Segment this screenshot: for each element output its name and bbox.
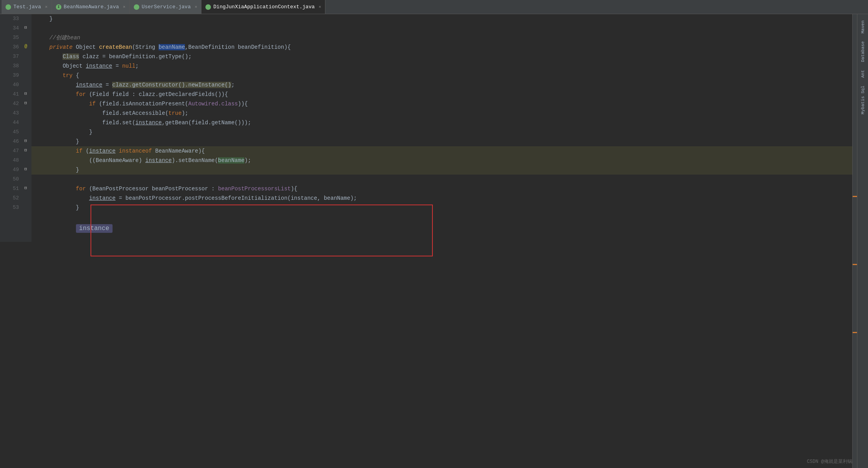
line-content-46: }: [31, 137, 852, 146]
line-number-33: 33: [0, 14, 24, 24]
line-number-52: 52: [0, 193, 24, 203]
line-number-47: 47: [0, 146, 24, 156]
table-row: 40 instance = clazz.getConstructor().new…: [0, 80, 852, 90]
tab-test-java[interactable]: Test.java ×: [2, 0, 52, 14]
table-row: 36 @ private Object createBean(String be…: [0, 42, 852, 52]
table-row: 38 Object instance = null;: [0, 61, 852, 71]
line-content-52: instance = beanPostProcessor.postProcess…: [31, 193, 852, 203]
expr-gettype-37: beanDefinition.getType();: [109, 53, 192, 60]
gutter-bookmark-42: ⊟: [24, 101, 27, 105]
sidebar-panel-maven[interactable]: Maven: [859, 17, 867, 37]
line-number-35: 35: [0, 33, 24, 42]
line-number-38: 38: [0, 61, 24, 71]
var-bpp-51: beanPostProcessor: [152, 186, 208, 192]
var-instance-48: instance: [145, 157, 172, 164]
tab-dingjunxia[interactable]: DingJunXiaApplicationContext.java ×: [201, 0, 325, 14]
watermark: CSDN @俺就是菜利锅: [807, 458, 852, 465]
line-number-43: 43: [0, 109, 24, 118]
line-gutter-33: [24, 14, 31, 24]
sidebar-panel-mybatis[interactable]: Mybatis Sql: [859, 83, 867, 118]
var-instance-40: instance: [76, 82, 102, 88]
table-row: 43 field.setAccessible(true);: [0, 109, 852, 118]
tab-close-dingjunxia[interactable]: ×: [319, 5, 321, 9]
line-gutter-46: ⊟: [24, 137, 31, 146]
sidebar-panel-database[interactable]: Database: [859, 38, 867, 65]
line-content-39: try {: [31, 71, 852, 80]
line-gutter-44: [24, 118, 31, 127]
code-lines: 33 } 34 ⊟ 35 //创建bean: [0, 14, 852, 242]
scroll-marker-3: [853, 332, 857, 333]
line-number-40: 40: [0, 80, 24, 90]
keyword-null-38: null: [122, 63, 135, 69]
line-content-50: [31, 175, 852, 184]
tab-beannameaware[interactable]: I BeanNameAware.java ×: [52, 0, 130, 14]
tab-userservice[interactable]: UserService.java ×: [130, 0, 201, 14]
line-gutter-45: [24, 127, 31, 137]
table-row: 41 ⊟ for (Field field : clazz.getDeclare…: [0, 90, 852, 99]
var-instance-47: instance: [89, 148, 115, 154]
line-number-42: 42: [0, 99, 24, 109]
scroll-marker-1: [853, 196, 857, 197]
expr-bpp-52: beanPostProcessor.postProcessBeforeIniti…: [126, 195, 357, 201]
line-number-51: 51: [0, 184, 24, 193]
line-gutter-53: [24, 203, 31, 212]
tab-bar: Test.java × I BeanNameAware.java × UserS…: [0, 0, 868, 14]
table-row: 39 try {: [0, 71, 852, 80]
var-bpplist-51: beanPostProcessorsList: [218, 186, 291, 192]
keyword-if-47: if: [76, 148, 86, 154]
table-row: 52 instance = beanPostProcessor.postProc…: [0, 193, 852, 203]
expr-getfields-41: clazz.getDeclaredFields(): [139, 91, 222, 98]
line-number-39: 39: [0, 71, 24, 80]
table-row: 50: [0, 175, 852, 184]
table-row: 37 Class clazz = beanDefinition.getType(…: [0, 52, 852, 61]
sidebar-panel-ant[interactable]: Ant: [859, 67, 867, 81]
tab-label-test: Test.java: [13, 4, 41, 10]
line-gutter-52: [24, 193, 31, 203]
line-number-34: 34: [0, 24, 24, 33]
line-gutter-47: ⊟: [24, 146, 31, 156]
line-gutter-40: [24, 80, 31, 90]
line-number-37: 37: [0, 52, 24, 61]
line-content-43: field.setAccessible(true);: [31, 109, 852, 118]
scroll-strip[interactable]: [852, 14, 857, 468]
cast-beannameaware-48: BeanNameAware: [96, 157, 139, 164]
line-number-36: 36: [0, 42, 24, 52]
instance-tooltip: instance: [76, 224, 113, 233]
line-gutter-38: [24, 61, 31, 71]
type-string-36: String: [135, 44, 159, 50]
table-row: instance: [0, 212, 852, 242]
table-row: 47 ⊟ if (instance instanceof BeanNameAwa…: [0, 146, 852, 156]
keyword-instanceof-47: instanceof: [119, 148, 155, 154]
line-gutter-extra: [24, 212, 31, 242]
table-row: 33 }: [0, 14, 852, 24]
code-editor[interactable]: 33 } 34 ⊟ 35 //创建bean: [0, 14, 852, 468]
type-object-38: Object: [63, 63, 86, 69]
var-field-41: field: [112, 91, 129, 98]
tab-icon-dingjunxia: [205, 4, 211, 10]
table-row: 35 //创建bean: [0, 33, 852, 42]
keyword-for-41: for: [76, 91, 89, 98]
token-beanname-36: beanName: [159, 44, 185, 50]
line-gutter-39: [24, 71, 31, 80]
tab-close-test[interactable]: ×: [45, 5, 48, 9]
line-content-37: Class clazz = beanDefinition.getType();: [31, 52, 852, 61]
tab-label-userservice: UserService.java: [142, 4, 191, 10]
tab-label-beannameaware: BeanNameAware.java: [64, 4, 119, 10]
line-number-48: 48: [0, 156, 24, 165]
class-highlight-37: Class: [63, 53, 79, 60]
line-content-47: if (instance instanceof BeanNameAware){: [31, 146, 852, 156]
table-row: 46 ⊟ }: [0, 137, 852, 146]
line-content-44: field.set(instance,getBean(field.getName…: [31, 118, 852, 127]
table-row: 44 field.set(instance,getBean(field.getN…: [0, 118, 852, 127]
gutter-bookmark-46: ⊟: [24, 138, 27, 143]
line-gutter-50: [24, 175, 31, 184]
keyword-if-42: if: [89, 101, 99, 107]
tab-close-userservice[interactable]: ×: [195, 5, 198, 9]
comma-44: ,getBean(field.getName()));: [162, 120, 251, 126]
line-content-48: ((BeanNameAware) instance).setBeanName(b…: [31, 156, 852, 165]
var-instance-38: instance: [86, 63, 112, 69]
line-content-41: for (Field field : clazz.getDeclaredFiel…: [31, 90, 852, 99]
var-instance-44: instance: [135, 120, 162, 126]
tab-close-beannameaware[interactable]: ×: [123, 5, 126, 9]
type-beannameaware-47: BeanNameAware: [155, 148, 198, 154]
